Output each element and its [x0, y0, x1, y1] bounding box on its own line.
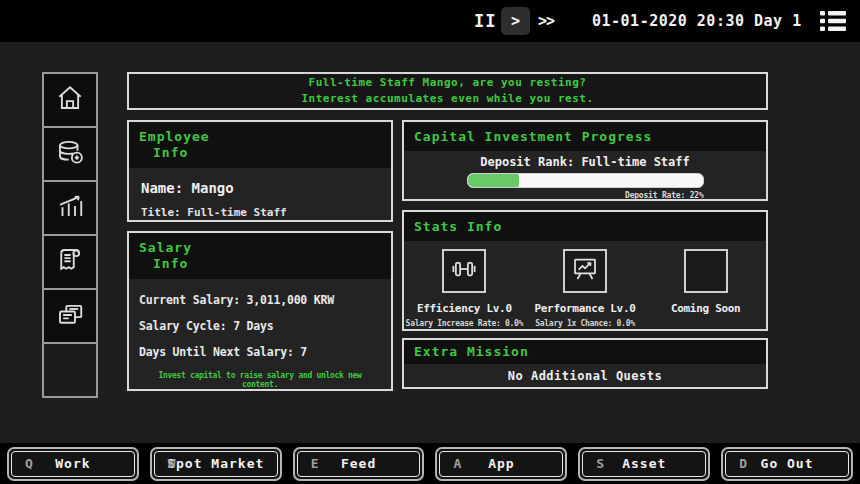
stats-info-panel: Stats Info: [402, 210, 768, 331]
asset-button[interactable]: S Asset: [578, 447, 710, 481]
spot-market-hotkey: W: [168, 456, 176, 471]
app-button[interactable]: A App: [435, 447, 567, 481]
feed-hotkey: E: [311, 456, 319, 471]
employee-name: Name: Mango: [141, 180, 379, 196]
play-button[interactable]: >: [501, 7, 530, 35]
performance-label: Performance Lv.0: [534, 302, 635, 315]
performance-sub: Salary 1x Chance: 0.0%: [535, 319, 634, 328]
stat-efficiency: Efficiency Lv.0 Salary Increase Rate: 0.…: [404, 249, 525, 328]
presentation-chart-icon: [570, 254, 600, 288]
deposit-progress-fill: [468, 174, 520, 187]
game-datetime: 01-01-2020 20:30 Day 1: [592, 0, 802, 42]
sidebar-item-stats[interactable]: [43, 181, 97, 235]
asset-hotkey: S: [596, 456, 604, 471]
sidebar: [42, 72, 98, 398]
bottom-action-bar: Q Work W Spot Market E Feed A App S: [0, 443, 860, 484]
employee-job-title: Title: Full-time Staff: [141, 206, 379, 219]
efficiency-label: Efficiency Lv.0: [417, 302, 512, 315]
salary-info-header: Salary Info: [129, 233, 391, 279]
work-hotkey: Q: [25, 456, 33, 471]
efficiency-sub: Salary Increase Rate: 0.0%: [406, 319, 523, 328]
sidebar-item-empty-slot: [43, 343, 97, 397]
salary-note: Invest capital to raise salary and unloc…: [139, 371, 381, 389]
menu-list-icon[interactable]: [820, 10, 846, 32]
sidebar-item-deposit[interactable]: [43, 127, 97, 181]
notice-banner: Full-time Staff Mango, are you resting? …: [127, 72, 768, 110]
notice-line-1: Full-time Staff Mango, are you resting?: [309, 75, 587, 91]
stats-info-title: Stats Info: [414, 219, 756, 235]
go-out-hotkey: D: [739, 456, 747, 471]
capital-investment-panel: Capital Investment Progress Deposit Rank…: [402, 120, 768, 201]
receipt-icon: [55, 245, 85, 279]
employee-info-title-line2: Info: [139, 145, 381, 161]
documents-icon: [55, 299, 85, 333]
stats-chart-icon: [55, 191, 85, 225]
notice-line-2: Interest accumulates even while you rest…: [301, 91, 593, 107]
pause-button[interactable]: II: [474, 0, 496, 42]
salary-info-title-line1: Salary: [139, 240, 381, 256]
days-until-next-salary: Days Until Next Salary: 7: [139, 345, 381, 359]
salary-info-panel: Salary Info Current Salary: 3,011,000 KR…: [127, 231, 393, 391]
feed-button[interactable]: E Feed: [293, 447, 425, 481]
coming-soon-stat-box: [684, 249, 728, 293]
go-out-button[interactable]: D Go Out: [721, 447, 853, 481]
employee-info-title-line1: Employee: [139, 129, 381, 145]
salary-cycle: Salary Cycle: 7 Days: [139, 319, 381, 333]
stat-performance: Performance Lv.0 Salary 1x Chance: 0.0%: [525, 249, 646, 328]
extra-mission-panel: Extra Mission No Additional Quests: [402, 338, 768, 389]
deposit-icon: [55, 137, 85, 171]
spot-market-button[interactable]: W Spot Market: [150, 447, 282, 481]
capital-investment-title: Capital Investment Progress: [414, 129, 756, 145]
home-icon: [55, 83, 85, 117]
sidebar-item-receipt[interactable]: [43, 235, 97, 289]
performance-stat-box: [563, 249, 607, 293]
employee-info-header: Employee Info: [129, 122, 391, 168]
main-area: Full-time Staff Mango, are you resting? …: [0, 42, 860, 443]
deposit-rate: Deposit Rate: 22%: [467, 191, 704, 200]
dumbbell-icon: [449, 254, 479, 288]
work-button[interactable]: Q Work: [7, 447, 139, 481]
app-hotkey: A: [453, 456, 461, 471]
sidebar-item-documents[interactable]: [43, 289, 97, 343]
current-salary: Current Salary: 3,011,000 KRW: [139, 293, 381, 307]
deposit-progress-bar: [467, 173, 704, 188]
coming-soon-label: Coming Soon: [671, 302, 741, 315]
employee-info-panel: Employee Info Name: Mango Title: Full-ti…: [127, 120, 393, 222]
top-bar: II > >> 01-01-2020 20:30 Day 1: [0, 0, 860, 42]
extra-mission-message: No Additional Quests: [404, 364, 766, 383]
stat-coming-soon: Coming Soon: [645, 249, 766, 328]
sidebar-item-home[interactable]: [43, 73, 97, 127]
salary-info-title-line2: Info: [139, 256, 381, 272]
deposit-rank: Deposit Rank: Full-time Staff: [480, 155, 690, 169]
fast-forward-button[interactable]: >>: [538, 0, 554, 42]
extra-mission-title: Extra Mission: [414, 344, 756, 360]
efficiency-stat-box: [442, 249, 486, 293]
game-screen: II > >> 01-01-2020 20:30 Day 1: [0, 0, 860, 484]
